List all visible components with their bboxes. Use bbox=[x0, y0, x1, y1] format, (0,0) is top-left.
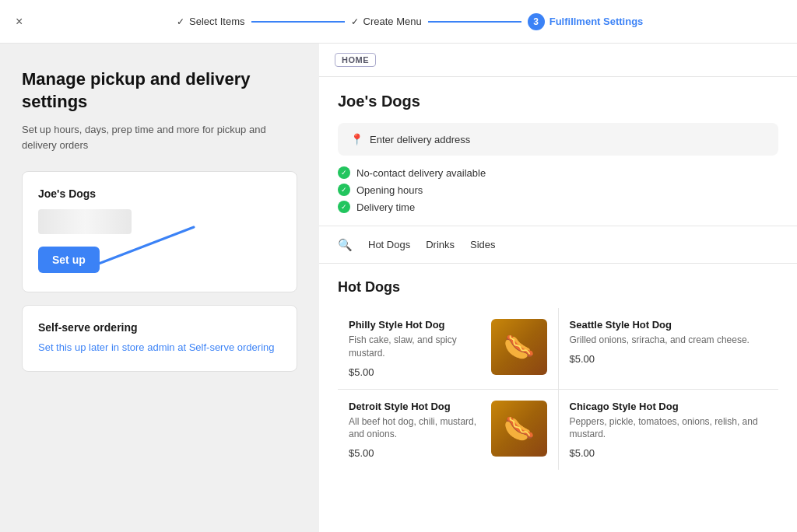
step-line-2 bbox=[428, 21, 521, 23]
close-button[interactable]: × bbox=[16, 15, 23, 29]
item-info-2: Detroit Style Hot Dog All beef hot dog, … bbox=[349, 401, 483, 460]
item-image-0 bbox=[491, 319, 547, 375]
menu-section: Hot Dogs Philly Style Hot Dog Fish cake,… bbox=[319, 264, 797, 485]
tab-hot-dogs[interactable]: Hot Dogs bbox=[368, 236, 410, 254]
items-grid: Philly Style Hot Dog Fish cake, slaw, an… bbox=[338, 308, 778, 470]
step-check-icon: ✓ bbox=[177, 16, 184, 27]
info-text-1: Opening hours bbox=[356, 184, 423, 196]
item-name-2: Detroit Style Hot Dog bbox=[349, 401, 483, 412]
search-icon[interactable]: 🔍 bbox=[338, 238, 353, 252]
address-text: Enter delivery address bbox=[370, 134, 470, 145]
info-item-0: ✓ No-contact delivery available bbox=[338, 166, 778, 179]
item-info-3: Chicago Style Hot Dog Peppers, pickle, t… bbox=[570, 401, 768, 460]
step-select-items: ✓ Select Items bbox=[177, 16, 245, 27]
address-bar[interactable]: 📍 Enter delivery address bbox=[338, 123, 778, 156]
item-desc-1: Grilled onions, sriracha, and cream chee… bbox=[570, 334, 768, 347]
item-price-1: $5.00 bbox=[570, 353, 768, 365]
self-serve-desc-text: Set this up later in store admin at Self… bbox=[38, 341, 274, 353]
item-name-3: Chicago Style Hot Dog bbox=[570, 401, 768, 412]
info-text-0: No-contact delivery available bbox=[356, 167, 486, 179]
item-name-1: Seattle Style Hot Dog bbox=[570, 319, 768, 331]
home-tab-bar: HOME bbox=[319, 44, 797, 77]
item-card-2: Detroit Style Hot Dog All beef hot dog, … bbox=[338, 390, 558, 471]
step-fulfillment: 3 Fulfillment Settings bbox=[528, 13, 644, 30]
home-badge: HOME bbox=[335, 53, 376, 67]
stepper: ✓ Select Items ✓ Create Menu 3 Fulfillme… bbox=[38, 13, 781, 30]
restaurant-name: Joe's Dogs bbox=[338, 93, 778, 110]
item-card-3: Chicago Style Hot Dog Peppers, pickle, t… bbox=[559, 390, 779, 471]
joes-dogs-card-title: Joe's Dogs bbox=[38, 187, 281, 200]
self-serve-title: Self-serve ordering bbox=[38, 321, 281, 334]
main-layout: Manage pickup and delivery settings Set … bbox=[0, 44, 797, 532]
item-desc-3: Peppers, pickle, tomatoes, onions, relis… bbox=[570, 415, 768, 442]
item-info-0: Philly Style Hot Dog Fish cake, slaw, an… bbox=[349, 319, 483, 378]
location-icon: 📍 bbox=[350, 133, 363, 145]
info-item-1: ✓ Opening hours bbox=[338, 184, 778, 196]
item-image-2 bbox=[491, 401, 547, 457]
item-card-1: Seattle Style Hot Dog Grilled onions, sr… bbox=[559, 308, 779, 389]
left-title: Manage pickup and delivery settings bbox=[22, 68, 297, 113]
item-desc-0: Fish cake, slaw, and spicy mustard. bbox=[349, 334, 483, 360]
header: × ✓ Select Items ✓ Create Menu 3 Fulfill… bbox=[0, 0, 797, 44]
left-panel: Manage pickup and delivery settings Set … bbox=[0, 44, 319, 532]
info-list: ✓ No-contact delivery available ✓ Openin… bbox=[338, 166, 778, 213]
item-price-0: $5.00 bbox=[349, 366, 483, 378]
step-check-icon-2: ✓ bbox=[351, 16, 359, 27]
tab-sides[interactable]: Sides bbox=[470, 236, 496, 254]
step-line-1 bbox=[251, 21, 345, 23]
step-create-menu: ✓ Create Menu bbox=[351, 16, 422, 27]
step-num: 3 bbox=[528, 13, 545, 30]
menu-tabs: 🔍 Hot Dogs Drinks Sides bbox=[319, 226, 797, 264]
svg-line-0 bbox=[93, 227, 194, 266]
right-panel: HOME Joe's Dogs 📍 Enter delivery address… bbox=[319, 44, 797, 532]
arrow-icon bbox=[85, 223, 209, 270]
item-price-2: $5.00 bbox=[349, 447, 483, 459]
item-card-0: Philly Style Hot Dog Fish cake, slaw, an… bbox=[338, 308, 558, 389]
item-price-3: $5.00 bbox=[570, 447, 768, 459]
self-serve-desc: Set this up later in store admin at Self… bbox=[38, 340, 281, 355]
section-title: Hot Dogs bbox=[338, 279, 778, 296]
item-info-1: Seattle Style Hot Dog Grilled onions, sr… bbox=[570, 319, 768, 365]
step-fulfillment-label: Fulfillment Settings bbox=[549, 16, 644, 27]
setup-button-row: Set up bbox=[38, 247, 281, 273]
item-name-0: Philly Style Hot Dog bbox=[349, 319, 483, 331]
check-icon-2: ✓ bbox=[338, 201, 350, 213]
check-icon-0: ✓ bbox=[338, 166, 350, 179]
check-icon-1: ✓ bbox=[338, 184, 350, 196]
info-text-2: Delivery time bbox=[356, 201, 415, 213]
item-desc-2: All beef hot dog, chili, mustard, and on… bbox=[349, 415, 483, 442]
self-serve-card: Self-serve ordering Set this up later in… bbox=[22, 305, 297, 372]
step-select-items-label: Select Items bbox=[189, 16, 245, 27]
left-description: Set up hours, days, prep time and more f… bbox=[22, 122, 297, 152]
joes-dogs-card: Joe's Dogs Set up bbox=[22, 171, 297, 292]
tab-drinks[interactable]: Drinks bbox=[426, 236, 455, 254]
step-create-menu-label: Create Menu bbox=[363, 16, 422, 27]
restaurant-section: Joe's Dogs 📍 Enter delivery address ✓ No… bbox=[319, 77, 797, 213]
info-item-2: ✓ Delivery time bbox=[338, 201, 778, 213]
